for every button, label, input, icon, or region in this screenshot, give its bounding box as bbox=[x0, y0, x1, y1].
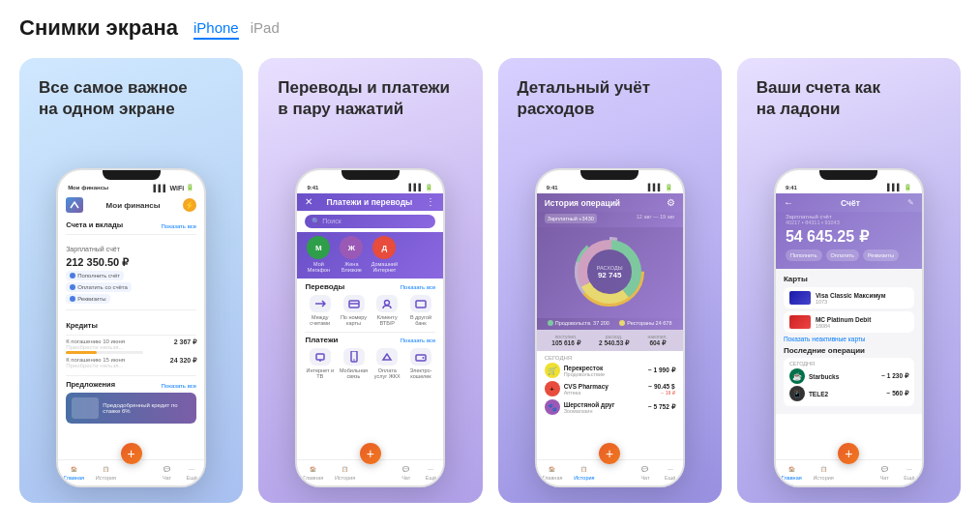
tab-ipad[interactable]: iPad bbox=[251, 17, 280, 40]
phone1-actions3: Реквизиты bbox=[66, 294, 196, 304]
phone1-topup-btn[interactable]: Пополнить счёт bbox=[66, 271, 124, 280]
page-header: Снимки экрана iPhone iPad bbox=[19, 15, 961, 41]
phone1-promo-text: Предодобренный кредит по ставке 6% bbox=[103, 402, 191, 414]
phone4-starbucks-icon: ☕ bbox=[789, 368, 805, 384]
phone3-legend-item-1: Продовольств. 37 200 bbox=[548, 320, 609, 326]
phone2-search-bar[interactable]: 🔍 Поиск bbox=[305, 215, 435, 228]
phone3-legend: Продовольств. 37 200 Рестораны 24 678 bbox=[537, 318, 683, 330]
phone2-transfer-between[interactable]: Между счетами bbox=[305, 295, 335, 326]
phone2-transfer-other[interactable]: В другой банк bbox=[406, 295, 436, 326]
phone2-pay-wallet[interactable]: Электро-кошелек bbox=[406, 348, 436, 379]
phone4-transactions: СЕГОДНЯ ☕ Starbucks − 1 230 ₽ 📱 TELE2 bbox=[784, 358, 914, 406]
phone2-nav-home[interactable]: 🏠Главная bbox=[303, 464, 323, 481]
phone1-nav-home[interactable]: 🏠 Главная bbox=[64, 464, 84, 481]
phone3-legend-item-2: Рестораны 24 678 bbox=[619, 320, 671, 326]
phone4-bottom-nav: 🏠Главная 📋История 💬Чат ⋯Ещё + bbox=[776, 459, 922, 485]
phone1-offers-show-all[interactable]: Показать все bbox=[161, 383, 196, 389]
phone4-nav-history[interactable]: 📋История bbox=[813, 464, 833, 481]
phone2-payments-show-all[interactable]: Показать все bbox=[401, 337, 436, 343]
phone2-nav-more[interactable]: ⋯Ещё bbox=[424, 464, 437, 481]
phone2-transfers-show-all[interactable]: Показать все bbox=[401, 284, 436, 290]
phone-4: 9:41 ▌▌▌ 🔋 ← Счёт ✎ Зарплатный счёт 4021… bbox=[774, 168, 924, 487]
phone2-payments-grid: Интернет и ТВ Мобильная связь bbox=[305, 348, 435, 379]
phone4-fab-button[interactable]: + bbox=[838, 443, 859, 464]
phone4-nav-chat[interactable]: 💬Чат bbox=[877, 464, 891, 481]
phone3-trans-3: 🐾 Шерстяной друг Зоомагазин − 5 752 ₽ bbox=[545, 399, 675, 415]
phone1-accounts-section: Счета и вклады Показать все Зарплатный с… bbox=[58, 217, 204, 309]
phone1-nav-more[interactable]: ⋯ Ещё bbox=[185, 464, 198, 481]
phone1-offers-title: Предложения bbox=[66, 380, 115, 389]
phone3-filter-icon[interactable]: ⚙ bbox=[667, 197, 675, 208]
phone2-fav-2-icon: Ж bbox=[340, 236, 363, 259]
phone3-stats: поступил. 105 616 ₽ расход. 2 540.53 ₽ н… bbox=[537, 330, 683, 351]
phone4-pay-btn[interactable]: Оплатить bbox=[826, 249, 859, 261]
phone2-transfer-card[interactable]: По номеру карты bbox=[339, 295, 369, 326]
phone-4-status-bar: 9:41 ▌▌▌ 🔋 bbox=[776, 180, 922, 193]
phone2-nav-history[interactable]: 📋История bbox=[335, 464, 355, 481]
phone2-fav-3[interactable]: Д Домашний Интернет bbox=[371, 236, 398, 273]
phone-1-notch bbox=[103, 170, 161, 180]
phone2-nav-chat[interactable]: 💬Чат bbox=[400, 464, 413, 481]
screenshot-card-2: Переводы и платежив пару нажатий 9:41 ▌▌… bbox=[258, 58, 482, 503]
phone2-nav-fab-placeholder bbox=[367, 464, 388, 481]
phone3-period-salary[interactable]: Зарплатный +3430 bbox=[545, 214, 597, 223]
phone2-pay-internet[interactable]: Интернет и ТВ bbox=[305, 348, 335, 379]
phone3-nav-history[interactable]: 📋История bbox=[574, 464, 594, 481]
phone1-nav-history[interactable]: 📋 История bbox=[96, 464, 116, 481]
phone3-trans-1-icon: 🛒 bbox=[545, 363, 560, 378]
page-title: Снимки экрана bbox=[19, 15, 178, 41]
phone4-last-ops-title: Последние операции bbox=[784, 346, 914, 355]
phone1-accounts-show-all[interactable]: Показать все bbox=[161, 223, 196, 229]
phone3-chart-area: РАСХОДЫ 92 745 bbox=[537, 227, 683, 318]
phone2-fab-button[interactable]: + bbox=[360, 443, 381, 464]
phone3-trans-2-icon: + bbox=[545, 381, 560, 396]
phone3-nav-more[interactable]: ⋯Ещё bbox=[664, 464, 677, 481]
phone2-more-icon[interactable]: ⋮ bbox=[426, 196, 435, 207]
phone1-logo bbox=[66, 197, 83, 213]
phone2-close-icon[interactable]: ✕ bbox=[305, 196, 312, 207]
phone3-legend-dot-2 bbox=[619, 320, 625, 326]
phone4-action-buttons: Пополнить Оплатить Реквизиты bbox=[786, 249, 912, 261]
phone4-edit-btn[interactable]: ✎ bbox=[907, 198, 914, 207]
phone1-pay-btn[interactable]: Оплатить со счёта bbox=[66, 282, 132, 292]
phone4-back-btn[interactable]: ← bbox=[784, 197, 793, 208]
phone3-nav-chat[interactable]: 💬Чат bbox=[638, 464, 652, 481]
phone4-tele2-amount: − 560 ₽ bbox=[887, 390, 908, 397]
phone3-trans-3-info: Шерстяной друг Зоомагазин bbox=[564, 401, 644, 414]
svg-point-2 bbox=[385, 301, 390, 306]
phone2-transfer-client[interactable]: Клиенту ВТБ/Р bbox=[372, 295, 402, 326]
phone3-trans-1-amount: − 1 990 ₽ bbox=[648, 367, 675, 374]
phone2-header-title: Платежи и переводы bbox=[326, 197, 412, 207]
phone2-body: Переводы Показать все Между счетами bbox=[297, 279, 443, 389]
phone3-nav-home[interactable]: 🏠Главная bbox=[542, 464, 562, 481]
phone1-nav-chat[interactable]: 💬 Чат bbox=[160, 464, 173, 481]
screenshot-card-1: Все самое важноена одном экране Мои фина… bbox=[19, 58, 243, 503]
phone3-trans-1-info: Перекресток Продовольствие bbox=[564, 365, 644, 377]
phone2-favorites: М Мой Мегафон Ж Жена Близкие Д Домашний … bbox=[297, 232, 443, 279]
phone4-show-inactive-btn[interactable]: Показать неактивные карты bbox=[784, 336, 914, 342]
phone1-fab-button[interactable]: + bbox=[121, 443, 142, 464]
phone-3-notch bbox=[580, 170, 638, 180]
phone4-topup-btn[interactable]: Пополнить bbox=[786, 249, 822, 261]
phone4-nav-more[interactable]: ⋯Ещё bbox=[903, 464, 916, 481]
phone3-period-tabs: Зарплатный +3430 12 авг — 19 авг bbox=[537, 212, 683, 227]
phone-3-status-bar: 9:41 ▌▌▌ 🔋 bbox=[537, 180, 683, 193]
phone2-fav-2[interactable]: Ж Жена Близкие bbox=[338, 236, 365, 273]
phone3-fab-button[interactable]: + bbox=[599, 443, 620, 464]
phone3-trans-2-info: CVS Pharmacy Аптека bbox=[564, 383, 645, 396]
phone-3: 9:41 ▌▌▌ 🔋 История операций ⚙ Зарплатный… bbox=[535, 168, 685, 487]
phone3-bottom-nav: 🏠Главная 📋История 💬Чат ⋯Ещё + bbox=[537, 459, 683, 485]
phone2-pay-mobile[interactable]: Мобильная связь bbox=[339, 348, 369, 379]
phone1-account-amount: 212 350.50 ₽ bbox=[66, 256, 196, 269]
phone2-pay-utilities[interactable]: Оплата услуг ЖКХ bbox=[372, 348, 402, 379]
phone1-bolt-btn[interactable]: ⚡ bbox=[183, 198, 196, 212]
phone2-search-placeholder: 🔍 Поиск bbox=[312, 218, 341, 224]
phone4-nav-home[interactable]: 🏠Главная bbox=[782, 464, 802, 481]
phone4-account-num: 40217 • 84311 • 91043 bbox=[786, 220, 912, 225]
phone2-fav-1[interactable]: М Мой Мегафон bbox=[305, 236, 332, 273]
svg-point-7 bbox=[353, 359, 355, 361]
phone4-details-btn[interactable]: Реквизиты bbox=[863, 249, 899, 261]
phone1-details-btn[interactable]: Реквизиты bbox=[66, 294, 109, 304]
tab-iphone[interactable]: iPhone bbox=[193, 17, 239, 40]
screenshot-card-4: Ваши счета какна ладони 9:41 ▌▌▌ 🔋 ← Счё… bbox=[737, 58, 961, 503]
